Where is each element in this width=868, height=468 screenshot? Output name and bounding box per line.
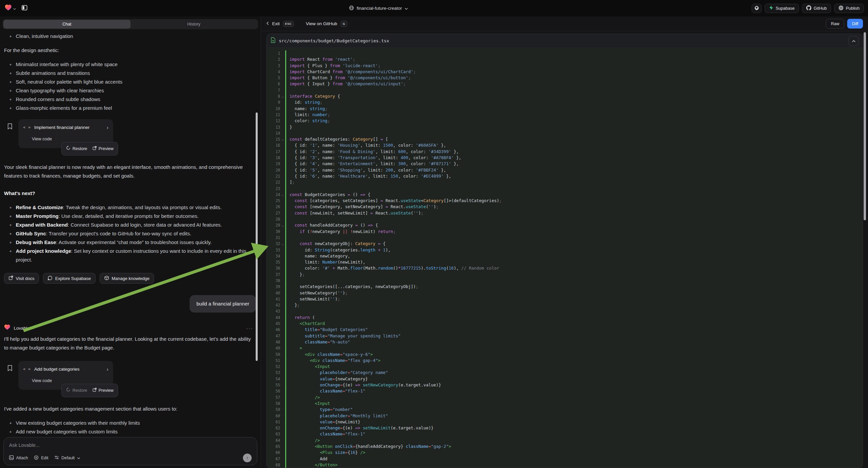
fold-toggle-icon[interactable]: ⌄: [280, 192, 285, 198]
preview-button[interactable]: Preview: [91, 144, 116, 154]
target-icon: [34, 455, 39, 461]
fold-toggle-icon: [280, 106, 285, 112]
tab-chat[interactable]: Chat: [3, 20, 130, 29]
list-item: Subtle animations and transitions: [4, 69, 256, 78]
view-on-github-button[interactable]: View on GitHub G: [306, 21, 348, 27]
list-item: Minimalist interface with plenty of whit…: [4, 60, 256, 69]
attach-button[interactable]: Attach: [9, 455, 28, 461]
next-steps-list: Refine & Customize: Tweak the design, an…: [4, 203, 256, 264]
fold-toggle-icon: [280, 437, 285, 443]
code-line-content: className="flex-1": [285, 388, 863, 394]
bookmark-icon[interactable]: [7, 365, 12, 374]
fold-toggle-icon: [280, 247, 285, 253]
line-number: 40: [267, 290, 280, 296]
feature-list-tail: Clean, intuitive navigation: [4, 32, 256, 40]
chevron-left-icon: [267, 21, 269, 26]
exit-button[interactable]: Exit ESC: [267, 21, 294, 27]
code-line-content: { id: '5', name: 'Shopping', limit: 200,…: [285, 167, 863, 173]
fold-toggle-icon: [280, 345, 285, 351]
lovable-heart-icon: [4, 324, 10, 333]
code-scrollbar[interactable]: [864, 32, 866, 220]
code-line-content: <div className="space-y-6">: [285, 351, 863, 357]
version-card-add-budget-categories[interactable]: < > Add budget categories › View code Re…: [19, 361, 113, 390]
code-line-content: setNewCategory('');: [285, 290, 863, 296]
code-line-content: subtitle="Manage your spending limits": [285, 333, 863, 339]
line-number: 53: [267, 370, 280, 376]
code-line-content: [285, 308, 863, 314]
supabase-button[interactable]: Supabase: [765, 4, 799, 13]
list-item: Debug with Ease: Activate our experiment…: [4, 238, 256, 247]
code-line: 45 <ChartCard: [267, 321, 863, 327]
code-line: 30 if (!newCategory || !newLimit) return…: [267, 229, 863, 235]
github-button[interactable]: GitHub: [802, 4, 831, 13]
code-line-content: return (: [285, 315, 863, 321]
code-line: 62 onChange={(e) => setNewLimit(e.target…: [267, 425, 863, 431]
line-number: 45: [267, 321, 280, 327]
project-switcher[interactable]: financial-future-creator: [349, 0, 408, 17]
app-window: financial-future-creator Supabase: [0, 0, 868, 468]
model-selector[interactable]: Default: [54, 455, 80, 461]
toggle-sidebar-button[interactable]: [20, 3, 30, 13]
send-button[interactable]: ↑: [243, 454, 252, 462]
code-line: 26 const [newCategory, setNewCategory] =…: [267, 204, 863, 210]
tab-history[interactable]: History: [130, 20, 258, 29]
fold-toggle-icon: [280, 235, 285, 241]
topbar: financial-future-creator Supabase: [0, 0, 868, 17]
fold-toggle-icon[interactable]: ⌄: [280, 241, 285, 247]
code-line-content: placeholder="Monthly limit": [285, 413, 863, 419]
code-line-content: { id: '1', name: 'Housing', limit: 1500,…: [285, 142, 863, 148]
line-number: 44: [267, 315, 280, 321]
diff-toggle-button[interactable]: Diff: [847, 19, 863, 29]
code-panel: Exit ESC View on GitHub G Raw Diff src/c…: [261, 17, 868, 468]
line-number: 52: [267, 363, 280, 370]
visit-docs-button[interactable]: Visit docs: [4, 273, 39, 284]
code-line-content: const [newCategory, setNewCategory] = Re…: [285, 204, 863, 210]
chat-scroll-area[interactable]: Clean, intuitive navigation For the desi…: [0, 31, 261, 450]
version-card-implement-financial-planner[interactable]: < > Implement financial planner › View c…: [19, 119, 113, 148]
bookmark-icon[interactable]: [7, 123, 12, 132]
line-number: 1: [267, 50, 280, 56]
chat-input[interactable]: [9, 442, 252, 448]
lovable-workspace-menu[interactable]: [5, 4, 16, 12]
list-item: Soft, neutral color palette with light b…: [4, 78, 256, 86]
publish-button[interactable]: Publish: [834, 4, 864, 13]
line-number: 46: [267, 327, 280, 333]
preview-button[interactable]: Preview: [91, 385, 116, 396]
fold-toggle-icon: [280, 407, 285, 413]
explore-supabase-button[interactable]: Explore Supabase: [43, 273, 95, 284]
fold-toggle-icon[interactable]: ⌄: [280, 222, 285, 228]
fold-toggle-icon: [280, 456, 285, 462]
globe-icon: [349, 5, 354, 11]
manage-knowledge-button[interactable]: Manage knowledge: [100, 273, 154, 284]
code-line-content: import ChartCard from '@/components/ui/C…: [285, 69, 863, 75]
fold-toggle-icon[interactable]: ⌄: [280, 136, 285, 142]
line-number: 30: [267, 229, 280, 235]
code-line: 29⌄ const handleAddCategory = () => {: [267, 222, 863, 228]
more-options-button[interactable]: ···: [246, 324, 253, 333]
fold-toggle-icon: [280, 81, 285, 87]
code-line-content: const BudgetCategories = () => {: [285, 192, 863, 198]
restore-button[interactable]: Restore: [64, 144, 89, 154]
raw-toggle-button[interactable]: Raw: [826, 19, 844, 29]
collapse-file-button[interactable]: [848, 36, 859, 46]
fold-toggle-icon: [280, 124, 285, 130]
version-row: < > Add budget categories › View code Re…: [7, 361, 256, 390]
fold-toggle-icon[interactable]: ⌄: [280, 93, 285, 99]
code-line: 16 { id: '1', name: 'Housing', limit: 15…: [267, 142, 863, 148]
code-line: 5import { Button } from '@/components/ui…: [267, 75, 863, 81]
edit-mode-button[interactable]: Edit: [34, 455, 48, 461]
file-header[interactable]: src/components/budget/BudgetCategories.t…: [267, 34, 863, 48]
line-number: 48: [267, 339, 280, 345]
chat-scrollbar[interactable]: [256, 113, 258, 361]
restore-button[interactable]: Restore: [64, 385, 89, 396]
line-number: 63: [267, 431, 280, 437]
line-number: 29: [267, 222, 280, 228]
fold-toggle-icon: [280, 112, 285, 118]
publish-label: Publish: [846, 6, 860, 11]
code-line: 25 const [categories, setCategories] = R…: [267, 198, 863, 204]
line-number: 37: [267, 272, 280, 277]
settings-button[interactable]: [751, 4, 762, 13]
code-line: 44 return (: [267, 315, 863, 321]
fold-toggle-icon: [280, 204, 285, 210]
code-editor[interactable]: 12import React from 'react';3import { Pl…: [267, 48, 863, 468]
